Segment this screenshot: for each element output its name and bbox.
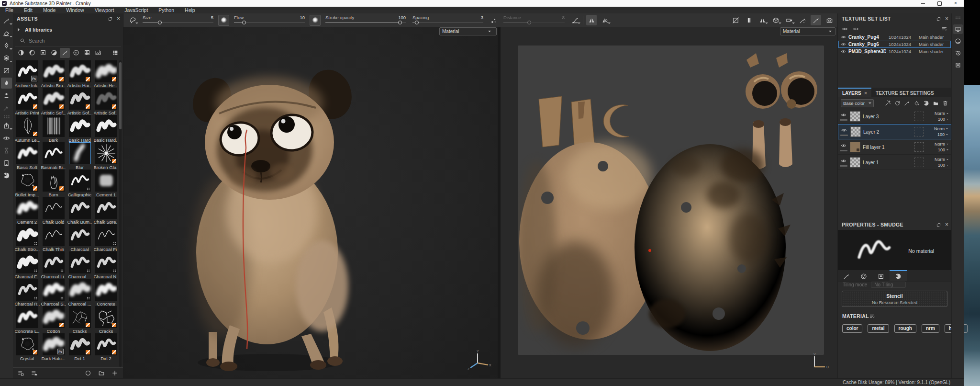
asset-item[interactable]: Basic Hard... bbox=[94, 115, 117, 142]
menu-item[interactable]: Edit bbox=[19, 7, 38, 13]
asset-item[interactable]: Ps Dark Hatc... bbox=[42, 333, 65, 361]
spacing-track[interactable] bbox=[412, 21, 483, 25]
tiling-mode-row[interactable]: Tiling mode No Tiling bbox=[838, 282, 951, 288]
asset-item[interactable]: Concrete bbox=[94, 279, 117, 306]
stroke-opacity-knob[interactable] bbox=[398, 21, 402, 24]
toolbar-button-particles[interactable] bbox=[797, 15, 808, 25]
material-options-icon[interactable] bbox=[869, 313, 875, 319]
assets-scrollbar[interactable] bbox=[119, 60, 122, 367]
flow-knob[interactable] bbox=[242, 21, 246, 24]
texture-set-row[interactable]: PM3D_Sphere3D1_3 1024x1024 Main shader bbox=[838, 48, 951, 55]
tool-button[interactable] bbox=[3, 115, 10, 119]
layer-mask-slot[interactable] bbox=[914, 142, 924, 152]
asset-item[interactable]: Chalk Bold bbox=[42, 197, 65, 224]
layer-opacity[interactable]: 100 bbox=[938, 117, 945, 122]
menu-item[interactable]: Viewport bbox=[89, 7, 120, 13]
layer-thumbnail[interactable] bbox=[850, 126, 861, 137]
layers-toolbar-button-cyclesquare[interactable] bbox=[894, 100, 901, 106]
spacing-slider[interactable]: Spacing3 bbox=[411, 14, 485, 26]
spacing-knob[interactable] bbox=[415, 21, 419, 24]
asset-item[interactable]: Dirt 1 bbox=[68, 333, 91, 361]
maximize-button[interactable] bbox=[931, 0, 947, 7]
asset-item[interactable]: Chalk Spre... bbox=[94, 197, 117, 224]
asset-item[interactable]: Charcoal Li... bbox=[42, 251, 65, 279]
layer-blend-mode[interactable]: Norm bbox=[934, 126, 945, 131]
layer-thumbnail[interactable] bbox=[850, 157, 860, 168]
uv-canvas[interactable] bbox=[518, 45, 824, 355]
symmetry-settings-button[interactable] bbox=[600, 15, 610, 25]
menu-item[interactable]: Python bbox=[153, 7, 179, 13]
visibility-eye-icon[interactable] bbox=[841, 49, 846, 54]
layers-toolbar-button-trash[interactable] bbox=[942, 100, 948, 106]
close-icon[interactable]: × bbox=[117, 16, 120, 22]
solo-material-icon[interactable] bbox=[853, 26, 859, 32]
asset-item[interactable]: Concrete L... bbox=[15, 306, 39, 333]
layers-toolbar-button-wand[interactable] bbox=[885, 100, 891, 106]
dock-button-sphere[interactable] bbox=[953, 36, 963, 46]
asset-item[interactable]: Artistic Bru... bbox=[42, 60, 65, 88]
layer-visibility-icon[interactable] bbox=[841, 143, 846, 148]
asset-filter-button-pattern[interactable] bbox=[82, 48, 92, 58]
asset-item[interactable]: Charcoal F... bbox=[15, 251, 39, 279]
layer-row[interactable]: Layer 2 Norm 100 bbox=[838, 124, 951, 139]
asset-item[interactable]: Charcoal bbox=[68, 224, 91, 251]
layer-thumbnail[interactable] bbox=[850, 111, 860, 122]
stroke-opacity-slider[interactable]: Stroke opacity100 bbox=[323, 14, 408, 26]
channel-filter-dropdown[interactable]: Base color bbox=[841, 99, 874, 107]
properties-tab-brush[interactable] bbox=[838, 270, 855, 281]
asset-item[interactable]: Artistic Sof... bbox=[42, 88, 65, 115]
layer-blend-mode[interactable]: Norm bbox=[935, 157, 945, 162]
toolbar-button-symmetry[interactable] bbox=[757, 15, 768, 25]
channel-toggle-button[interactable]: nrm bbox=[922, 324, 939, 333]
tool-button-hourglass[interactable] bbox=[1, 145, 12, 156]
properties-tab-shell[interactable] bbox=[890, 270, 907, 281]
tool-button-dropper[interactable] bbox=[1, 102, 12, 114]
asset-item[interactable]: Cracks bbox=[68, 306, 91, 333]
visibility-eye-icon[interactable] bbox=[841, 34, 846, 40]
texture-set-row[interactable]: Cranky_Pug4 1024x1024 Main shader bbox=[838, 34, 951, 41]
asset-item[interactable]: Artistic Sof... bbox=[94, 88, 117, 115]
toolbar-button-selectoff[interactable] bbox=[730, 15, 741, 25]
channel-toggle-button[interactable]: metal bbox=[868, 324, 889, 333]
asset-item[interactable]: Charcoal ... bbox=[68, 251, 91, 279]
properties-tab-dotsphere[interactable] bbox=[855, 270, 872, 281]
assets-bottom-button-listfolder[interactable] bbox=[30, 369, 39, 377]
asset-item[interactable]: Bullet Imp... bbox=[15, 170, 39, 197]
toolbar-button-brush[interactable] bbox=[811, 15, 821, 25]
layers-toolbar-button-shell[interactable] bbox=[923, 100, 929, 106]
stroke-shape-button[interactable] bbox=[127, 15, 138, 25]
asset-search[interactable]: Search bbox=[15, 35, 121, 46]
asset-item[interactable]: Artistic He... bbox=[94, 60, 117, 88]
menu-item[interactable]: File bbox=[0, 7, 19, 13]
viewport-2d[interactable]: Material V U bbox=[501, 27, 837, 378]
visibility-eye-icon[interactable] bbox=[841, 42, 846, 47]
toolbar-button-videocam[interactable] bbox=[784, 15, 794, 25]
texture-set-row[interactable]: Cranky_Pug6 1024x1024 Main shader bbox=[838, 41, 951, 48]
asset-item[interactable]: Basmati Br... bbox=[42, 142, 65, 170]
tool-button-smudge[interactable] bbox=[1, 78, 12, 89]
asset-filter-button-halfdiag[interactable] bbox=[49, 48, 59, 58]
dock-button-frame[interactable] bbox=[953, 60, 963, 70]
assets-scrollbar-thumb[interactable] bbox=[119, 62, 122, 129]
asset-item[interactable]: Autumn Le... bbox=[15, 115, 39, 142]
show-all-materials-icon[interactable] bbox=[842, 26, 848, 32]
layer-blend-mode[interactable]: Norm bbox=[935, 142, 945, 147]
falloff-curve-button[interactable] bbox=[569, 15, 580, 25]
popout-icon[interactable] bbox=[108, 16, 113, 22]
layer-opacity[interactable]: 100 bbox=[938, 163, 945, 168]
distance-track[interactable] bbox=[503, 21, 565, 25]
layer-row[interactable]: Layer 1 Norm 100 bbox=[838, 155, 951, 170]
flow-slider[interactable]: Flow10 bbox=[232, 14, 307, 26]
asset-item[interactable]: Cement 2 bbox=[15, 197, 39, 224]
close-icon[interactable]: × bbox=[945, 16, 948, 22]
list-options-icon[interactable] bbox=[941, 26, 947, 32]
minimize-button[interactable] bbox=[915, 0, 931, 7]
properties-tab-insquare[interactable] bbox=[872, 270, 890, 281]
menu-item[interactable]: Mode bbox=[38, 7, 61, 13]
asset-item[interactable]: Artistic Hai... bbox=[68, 60, 91, 88]
shading-mode-dropdown-2d[interactable]: Material bbox=[780, 27, 835, 35]
asset-item[interactable]: Burn bbox=[42, 170, 65, 197]
close-button[interactable]: × bbox=[947, 0, 964, 7]
tool-button-tablet[interactable] bbox=[1, 158, 12, 169]
layer-visibility-icon[interactable] bbox=[841, 158, 846, 164]
